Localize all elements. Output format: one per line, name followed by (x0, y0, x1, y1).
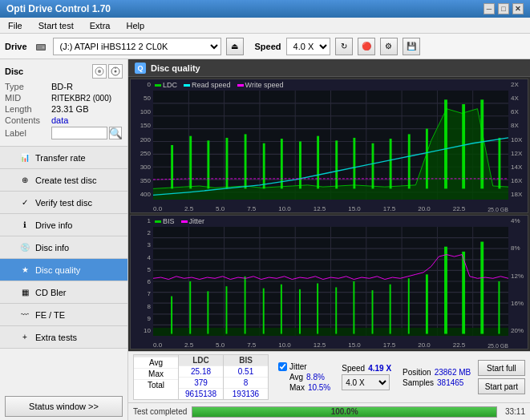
legend-ldc-dot (155, 84, 161, 87)
svg-rect-66 (207, 291, 208, 333)
jitter-checkbox[interactable] (278, 362, 287, 371)
burn-button[interactable]: 🔴 (358, 38, 375, 55)
menu-bar: File Start test Extra Help (0, 18, 530, 34)
main-area: Disc Type BD-R MID RITEKBR2 (000) (0, 59, 530, 420)
svg-rect-28 (207, 140, 209, 188)
svg-rect-31 (263, 143, 265, 189)
svg-rect-71 (299, 289, 301, 334)
label-btn[interactable]: 🔍 (109, 127, 122, 139)
menu-start-test[interactable]: Start test (34, 19, 79, 32)
disc-icon-1[interactable] (92, 64, 107, 79)
app-title: Opti Drive Control 1.70 (6, 3, 111, 14)
stats-ldc-avg: 25.18 (179, 366, 223, 378)
svg-rect-68 (245, 277, 246, 334)
eject-button[interactable]: ⏏ (226, 38, 244, 55)
svg-rect-67 (226, 286, 228, 333)
nav-verify-test-disc[interactable]: ✓ Verify test disc (0, 192, 127, 214)
save-button[interactable]: 💾 (403, 38, 420, 55)
jitter-max-row: Max 10.5% (278, 383, 330, 392)
nav-create-test-disc-label: Create test disc (35, 176, 96, 185)
jitter-avg-value: 8.8% (306, 373, 325, 382)
stats-col-bis: BIS 0.51 8 193136 (224, 355, 268, 399)
stats-table: Avg Max Total LDC 25.18 379 9615138 BIS … (133, 354, 269, 400)
chart2-plot (153, 227, 508, 336)
speed-value: 4.19 X (368, 364, 391, 373)
svg-point-4 (98, 70, 101, 73)
svg-rect-33 (299, 141, 301, 188)
drive-select[interactable]: (J:) ATAPI iHBS112 2 CL0K (53, 38, 221, 55)
legend-jitter-dot (181, 220, 188, 223)
menu-extra[interactable]: Extra (85, 19, 115, 32)
nav-cd-bler[interactable]: ▦ CD Bler (0, 281, 127, 304)
svg-rect-43 (480, 99, 483, 188)
jitter-check-row: Jitter (278, 362, 330, 371)
jitter-avg-row: Avg 8.8% (278, 373, 330, 382)
speed-select-stat[interactable]: 4.0 X (342, 374, 390, 390)
svg-rect-36 (353, 138, 355, 188)
disc-icon-area (92, 64, 123, 79)
svg-rect-72 (317, 283, 318, 333)
label-input[interactable] (51, 127, 107, 139)
nav-disc-info[interactable]: 💿 Disc info (0, 236, 127, 259)
stats-bis-max: 8 (224, 378, 268, 389)
svg-rect-65 (189, 281, 191, 334)
svg-marker-63 (153, 328, 508, 336)
contents-value: data (51, 115, 68, 125)
nav-disc-quality[interactable]: ★ Disc quality (0, 259, 127, 281)
chart-bis-legend: BIS Jitter (155, 217, 204, 225)
settings-button[interactable]: ⚙ (380, 38, 398, 55)
legend-read-speed-dot (184, 84, 190, 87)
svg-rect-29 (226, 138, 229, 188)
svg-rect-82 (498, 281, 500, 334)
stats-header-bis: BIS (224, 355, 268, 366)
nav-transfer-rate[interactable]: 📊 Transfer rate (0, 147, 127, 169)
label-label: Label (5, 128, 51, 138)
stats-col-labels: Avg Max Total (134, 355, 179, 399)
nav-create-test-disc[interactable]: ⊕ Create test disc (0, 169, 127, 192)
start-full-button[interactable]: Start full (478, 360, 525, 376)
chart1-plot (153, 91, 508, 200)
nav-cd-bler-label: CD Bler (35, 288, 67, 297)
nav-fe-te[interactable]: 〰 FE / TE (0, 304, 127, 326)
menu-help[interactable]: Help (121, 19, 149, 32)
svg-rect-40 (426, 129, 428, 189)
minimize-button[interactable]: ─ (483, 3, 495, 14)
legend-bis-label: BIS (163, 217, 175, 225)
start-part-button[interactable]: Start part (478, 378, 525, 394)
extra-tests-icon: + (19, 332, 30, 343)
chart1-y-axis-left: 400 350 300 250 200 150 100 50 0 (131, 79, 153, 200)
chart2-x-axis: 0.0 2.5 5.0 7.5 10.0 12.5 15.0 17.5 20.0… (153, 336, 508, 349)
action-buttons: Start full Start part (478, 360, 525, 394)
jitter-avg-label: Avg (289, 373, 303, 382)
speed-section: Speed 4.19 X 4.0 X (342, 364, 391, 390)
status-window-button[interactable]: Status window >> (5, 396, 123, 417)
svg-rect-81 (480, 242, 483, 334)
menu-file[interactable]: File (3, 19, 27, 32)
chart2-svg (153, 227, 508, 336)
svg-rect-44 (498, 138, 500, 188)
refresh-button[interactable]: ↻ (335, 38, 353, 55)
disc-panel: Disc Type BD-R MID RITEKBR2 (000) (0, 59, 127, 147)
length-label: Length (5, 104, 51, 114)
svg-rect-73 (335, 287, 337, 333)
type-value: BD-R (51, 82, 73, 91)
length-value: 23.31 GB (51, 104, 88, 114)
content-area: Q Disc quality LDC Read speed (128, 59, 530, 420)
samples-value: 381465 (437, 378, 463, 387)
svg-rect-74 (353, 281, 354, 334)
speed-select[interactable]: 4.0 X 8.0 X (286, 38, 330, 55)
legend-bis: BIS (155, 217, 175, 225)
svg-rect-69 (263, 289, 265, 334)
nav-drive-info[interactable]: ℹ Drive info (0, 214, 127, 236)
svg-rect-42 (462, 104, 465, 188)
svg-rect-26 (171, 145, 173, 188)
svg-rect-37 (372, 143, 374, 189)
stats-row-main: Avg Max Total LDC 25.18 379 9615138 BIS … (133, 354, 525, 400)
nav-extra-tests[interactable]: + Extra tests (0, 326, 127, 349)
stats-header-ldc: LDC (179, 355, 223, 366)
close-button[interactable]: ✕ (512, 3, 524, 14)
svg-rect-38 (390, 139, 392, 188)
disc-icon-2[interactable] (108, 64, 123, 79)
maximize-button[interactable]: □ (498, 3, 509, 14)
contents-label: Contents (5, 115, 51, 125)
